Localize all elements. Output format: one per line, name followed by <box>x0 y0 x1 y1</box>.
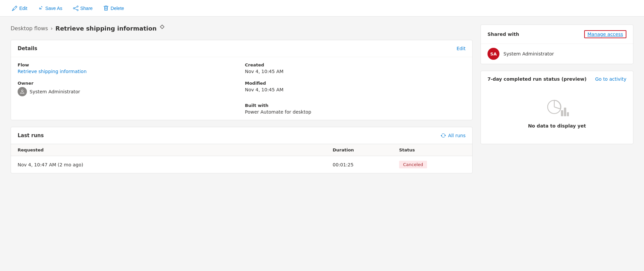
right-column: Shared with Manage access SA System Admi… <box>481 25 633 180</box>
delete-icon <box>103 6 109 11</box>
breadcrumb-current: Retrieve shipping information <box>55 25 157 32</box>
shared-with-header: Shared with Manage access <box>481 25 633 44</box>
shared-with-card: Shared with Manage access SA System Admi… <box>481 25 633 64</box>
activity-card: 7-day completed run status (preview) Go … <box>481 71 633 144</box>
all-runs-link[interactable]: All runs <box>441 133 466 138</box>
last-runs-card: Last runs All runs Requested Duration St… <box>11 127 473 173</box>
detail-built-with: Built with Power Automate for desktop <box>245 103 466 115</box>
details-card-header: Details Edit <box>11 40 472 57</box>
col-status: Status <box>399 147 466 152</box>
table-row: Nov 4, 10:47 AM (2 mo ago) 00:01:25 Canc… <box>11 156 472 173</box>
edit-button[interactable]: Edit <box>8 4 31 13</box>
details-grid: Flow Retrieve shipping information Creat… <box>11 57 472 120</box>
save-as-label: Save As <box>45 6 62 11</box>
detail-empty <box>18 103 238 115</box>
no-data-text: No data to display yet <box>528 123 586 129</box>
created-label: Created <box>245 62 466 67</box>
col-requested: Requested <box>18 147 333 152</box>
svg-rect-1 <box>561 110 563 116</box>
delete-button[interactable]: Delete <box>99 4 128 13</box>
save-as-button[interactable]: Save As <box>34 4 66 13</box>
details-title: Details <box>18 45 37 51</box>
detail-created: Created Nov 4, 10:45 AM <box>245 62 466 74</box>
left-column: Desktop flows › Retrieve shipping inform… <box>11 25 473 180</box>
status-badge: Canceled <box>399 161 427 168</box>
user-avatar: SA <box>487 48 499 60</box>
flow-label: Flow <box>18 62 238 67</box>
row-duration: 00:01:25 <box>333 162 399 167</box>
detail-owner: Owner System Administrator <box>18 81 238 96</box>
detail-flow: Flow Retrieve shipping information <box>18 62 238 74</box>
created-value: Nov 4, 10:45 AM <box>245 69 466 74</box>
shared-with-title: Shared with <box>487 32 519 37</box>
last-runs-title: Last runs <box>18 133 44 138</box>
toolbar: Edit Save As Share Delete <box>0 0 644 17</box>
share-label: Share <box>80 6 93 11</box>
runs-table-header: Requested Duration Status <box>11 144 472 156</box>
breadcrumb-separator: › <box>51 25 53 32</box>
edit-label: Edit <box>19 6 27 11</box>
diamond-icon <box>159 25 165 32</box>
runs-table: Requested Duration Status Nov 4, 10:47 A… <box>11 144 472 173</box>
last-runs-header: Last runs All runs <box>11 127 472 144</box>
breadcrumb-parent[interactable]: Desktop flows <box>11 25 48 32</box>
activity-title: 7-day completed run status (preview) <box>487 76 587 82</box>
shared-user-row: SA System Administrator <box>481 44 633 64</box>
svg-rect-3 <box>567 112 569 116</box>
owner-value: System Administrator <box>30 89 80 94</box>
save-as-icon <box>38 6 43 11</box>
built-with-label: Built with <box>245 103 466 108</box>
row-status: Canceled <box>399 161 466 168</box>
modified-label: Modified <box>245 81 466 86</box>
owner-avatar <box>18 87 27 96</box>
share-icon <box>73 6 78 11</box>
modified-value: Nov 4, 10:45 AM <box>245 87 466 92</box>
details-edit-link[interactable]: Edit <box>457 46 466 51</box>
owner-label: Owner <box>18 81 238 86</box>
refresh-icon <box>441 133 446 138</box>
row-requested: Nov 4, 10:47 AM (2 mo ago) <box>18 162 333 167</box>
no-data-area: No data to display yet <box>487 88 626 138</box>
main-content: Desktop flows › Retrieve shipping inform… <box>0 17 644 188</box>
all-runs-label: All runs <box>448 133 466 138</box>
built-with-value: Power Automate for desktop <box>245 109 466 115</box>
activity-header: 7-day completed run status (preview) Go … <box>487 76 626 82</box>
edit-icon <box>12 6 17 11</box>
detail-modified: Modified Nov 4, 10:45 AM <box>245 81 466 96</box>
svg-rect-2 <box>564 108 566 116</box>
col-duration: Duration <box>333 147 399 152</box>
go-to-activity-link[interactable]: Go to activity <box>595 76 626 82</box>
no-data-chart-icon <box>545 98 569 119</box>
manage-access-link[interactable]: Manage access <box>584 30 626 38</box>
owner-row: System Administrator <box>18 87 238 96</box>
flow-value[interactable]: Retrieve shipping information <box>18 69 238 74</box>
share-button[interactable]: Share <box>69 4 97 13</box>
breadcrumb: Desktop flows › Retrieve shipping inform… <box>11 25 473 32</box>
details-card: Details Edit Flow Retrieve shipping info… <box>11 40 473 120</box>
delete-label: Delete <box>111 6 124 11</box>
user-name: System Administrator <box>503 51 554 56</box>
